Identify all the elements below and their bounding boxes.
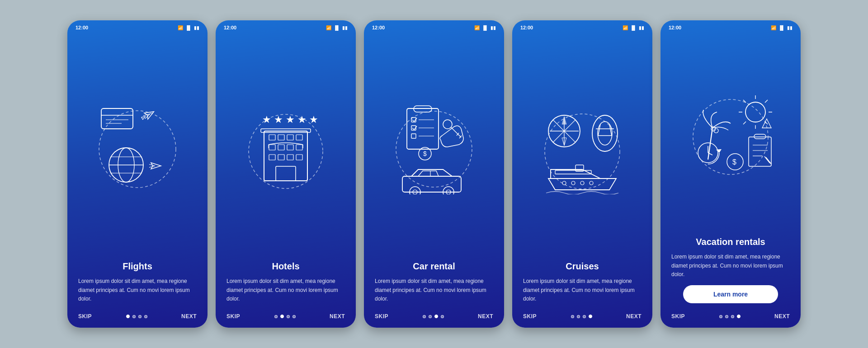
dot-3-3 — [441, 315, 444, 318]
svg-rect-26 — [278, 155, 284, 160]
battery-icon-5: ▮▮ — [787, 25, 793, 30]
cruises-content: Cruises Lorem ipsum dolor sit dim amet, … — [512, 256, 652, 308]
dot-3-2 — [434, 315, 438, 318]
screen-cruises: 12:00 📶 ▐▌ ▮▮ — [512, 20, 652, 328]
dot-5-3 — [737, 315, 741, 318]
time-2: 12:00 — [224, 25, 236, 30]
svg-rect-12 — [264, 131, 307, 181]
time-4: 12:00 — [520, 25, 533, 30]
status-icons-4: 📶 ▐▌ ▮▮ — [623, 25, 644, 30]
vacation-rentals-content: Vacation rentals Lorem ipsum dolor sit d… — [660, 231, 801, 308]
status-bar-4: 12:00 📶 ▐▌ ▮▮ — [512, 20, 652, 33]
vacation-rentals-desc: Lorem ipsum dolor sit dim amet, mea regi… — [671, 253, 790, 279]
svg-point-74 — [745, 102, 765, 122]
status-icons-2: 📶 ▐▌ ▮▮ — [326, 25, 348, 30]
svg-marker-87 — [716, 149, 722, 153]
svg-point-40 — [443, 120, 452, 129]
wifi-icon-3: 📶 — [474, 25, 480, 30]
hotels-desc: Lorem ipsum dolor sit dim amet, mea regi… — [226, 277, 345, 303]
car-rental-title: Car rental — [375, 261, 493, 272]
svg-rect-20 — [296, 135, 302, 140]
time-5: 12:00 — [669, 25, 681, 30]
svg-rect-25 — [269, 155, 275, 160]
svg-point-58 — [592, 115, 618, 151]
next-btn-5[interactable]: NEXT — [774, 313, 790, 320]
status-icons-1: 📶 ▐▌ ▮▮ — [178, 25, 199, 30]
next-btn-3[interactable]: NEXT — [478, 313, 493, 320]
svg-rect-36 — [411, 134, 416, 138]
dots-4 — [571, 315, 592, 318]
skip-btn-2[interactable]: SKIP — [226, 313, 240, 320]
svg-rect-91 — [754, 134, 766, 139]
skip-btn-4[interactable]: SKIP — [523, 313, 537, 320]
svg-point-10 — [249, 114, 323, 188]
svg-rect-44 — [402, 176, 461, 192]
dot-1-3 — [144, 315, 147, 318]
svg-line-82 — [743, 122, 746, 124]
car-rental-illustration: $ — [364, 33, 504, 256]
svg-rect-27 — [287, 155, 293, 160]
dot-4-3 — [589, 315, 592, 318]
svg-rect-90 — [749, 137, 771, 166]
vacation-rentals-title: Vacation rentals — [671, 237, 790, 247]
svg-rect-19 — [287, 135, 293, 140]
car-rental-content: Car rental Lorem ipsum dolor sit dim ame… — [364, 256, 504, 308]
dot-4-1 — [577, 315, 580, 318]
wifi-icon: 📶 — [178, 25, 183, 30]
flights-illustration — [67, 33, 208, 256]
status-icons-5: 📶 ▐▌ ▮▮ — [771, 25, 793, 30]
dot-1-1 — [132, 315, 136, 318]
flights-title: Flights — [78, 261, 197, 272]
svg-rect-17 — [269, 135, 275, 140]
cruises-desc: Lorem ipsum dolor sit dim amet, mea regi… — [523, 277, 642, 303]
dot-2-3 — [292, 315, 296, 318]
battery-icon-2: ▮▮ — [342, 25, 348, 30]
skip-btn-1[interactable]: SKIP — [78, 313, 92, 320]
svg-rect-28 — [296, 155, 302, 160]
svg-point-68 — [580, 181, 584, 185]
skip-btn-3[interactable]: SKIP — [375, 313, 388, 320]
learn-more-button[interactable]: Learn more — [683, 285, 778, 303]
svg-text:$: $ — [423, 150, 427, 157]
svg-rect-21 — [269, 145, 275, 150]
svg-line-41 — [451, 127, 461, 137]
svg-text:$: $ — [732, 158, 736, 166]
flights-bottom-nav: SKIP NEXT — [67, 308, 208, 328]
next-btn-2[interactable]: NEXT — [330, 313, 345, 320]
skip-btn-5[interactable]: SKIP — [671, 313, 685, 320]
vacation-rentals-illustration: $ — [660, 33, 801, 231]
svg-rect-31 — [414, 106, 432, 112]
svg-rect-22 — [278, 145, 284, 150]
dot-5-1 — [725, 315, 728, 318]
svg-rect-24 — [296, 145, 302, 150]
dot-2-1 — [280, 315, 284, 318]
dots-3 — [423, 315, 444, 318]
dot-1-2 — [138, 315, 142, 318]
wifi-icon-4: 📶 — [623, 25, 628, 30]
svg-rect-18 — [278, 135, 284, 140]
svg-rect-23 — [287, 145, 293, 150]
next-btn-1[interactable]: NEXT — [181, 313, 197, 320]
status-bar-5: 12:00 📶 ▐▌ ▮▮ — [660, 20, 801, 33]
svg-text:★ ★ ★ ★ ★: ★ ★ ★ ★ ★ — [262, 114, 318, 125]
dot-5-2 — [731, 315, 734, 318]
dots-1 — [126, 315, 147, 318]
dot-4-0 — [571, 315, 574, 318]
screen-vacation-rentals: 12:00 📶 ▐▌ ▮▮ — [660, 20, 801, 328]
screen-car-rental: 12:00 📶 ▐▌ ▮▮ — [364, 20, 504, 328]
dots-2 — [274, 315, 296, 318]
svg-line-81 — [765, 100, 768, 103]
dot-3-0 — [423, 315, 426, 318]
wifi-icon-5: 📶 — [771, 25, 776, 30]
status-bar-3: 12:00 📶 ▐▌ ▮▮ — [364, 20, 504, 33]
car-rental-desc: Lorem ipsum dolor sit dim amet, mea regi… — [375, 277, 493, 303]
battery-icon-3: ▮▮ — [491, 25, 496, 30]
svg-point-66 — [562, 181, 566, 185]
next-btn-4[interactable]: NEXT — [626, 313, 642, 320]
svg-point-46 — [410, 187, 420, 194]
hotels-title: Hotels — [226, 261, 345, 272]
car-rental-bottom-nav: SKIP NEXT — [364, 308, 504, 328]
cruises-illustration — [512, 33, 652, 256]
status-bar-2: 12:00 📶 ▐▌ ▮▮ — [216, 20, 356, 33]
cruises-title: Cruises — [523, 261, 642, 272]
